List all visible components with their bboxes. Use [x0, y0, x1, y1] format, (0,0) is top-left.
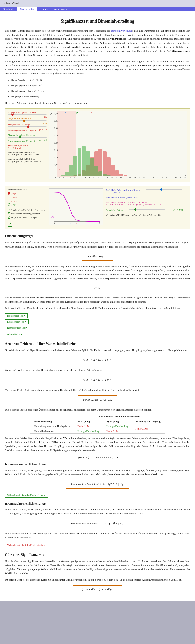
svg-text:1: 1: [99, 222, 100, 224]
sec3-h: Irrtumswahrscheinlichkeit 1. Art: [5, 463, 190, 466]
formula-irr1: Irrtumswahrscheinlichkeit 1. Art: P(X ∈ …: [66, 480, 129, 488]
n-value: n = 20: [41, 122, 46, 124]
nav-home[interactable]: Startseite: [0, 6, 17, 12]
sec3-p1: Unter der Annahme, H₀ sei gültig, lässt …: [5, 468, 190, 476]
sec4-h: Irrtumswahrscheinlichkeit 2. Art: [5, 502, 190, 506]
control-panel: Vorgegebenes Signifikanzniveau:α = 5% Lä…: [5, 108, 190, 182]
sec5-p2: Im obigen Beispiel der Bernoulli-Kette m…: [5, 578, 190, 582]
sec4-p1: Unter der Annahme, H₁ sei gültig, kann e…: [5, 508, 190, 516]
dd-rechts[interactable]: Rechtsseitiger Test ▾: [5, 326, 30, 330]
radio-neq[interactable]: [8, 192, 10, 195]
intro-p2: Im Folgenden wird eine Bernoulli-Kette d…: [5, 60, 190, 76]
radio-eq[interactable]: [8, 203, 10, 206]
formula-gute: G(p) = P(X ∈ K | p) mit p ∈ [0; 1].: [73, 585, 122, 594]
sec2-p3: Von einem Fehler 3. Art spricht man, wen…: [5, 388, 190, 392]
bar-chart: P 0,400,35 0,300,25 0,200,15 0,100,05 01…: [49, 111, 188, 179]
list-item: H₁: p ≠ p₀ (beidseitiger Test): [11, 78, 190, 82]
dd-beidseitig[interactable]: Beidseitiger Test ▾: [5, 313, 28, 318]
n-slider[interactable]: [8, 120, 46, 121]
nav-math[interactable]: Mathematik: [17, 6, 37, 12]
check-gute[interactable]: [8, 209, 10, 211]
ablehn-value: P(X ∈ K) = P(X ∈ K | p = pₜ) = G(pₜ) = 0…: [106, 204, 161, 206]
pt-value: pₜ = 0,4: [113, 191, 120, 194]
formula-f3a: Fehler 3. Art: ¬H₀ ∧ ¬H₁.: [78, 396, 117, 404]
krit-label: Kritische Region von H₀:: [8, 144, 30, 147]
page-title: Signifikanztest und Binomialverteilung: [5, 19, 190, 24]
navbar: Startseite Mathematik Physik Impressum: [0, 6, 195, 12]
sec1-p2: Die Wahrscheinlichkeit, mit der die Null…: [5, 264, 190, 280]
radio-lt[interactable]: [8, 196, 10, 198]
sec1-h: Entscheidungsregel: [5, 234, 190, 238]
formula-f1a: Fehler 1. Art: H₀ ∧ X ∈ K.: [78, 356, 117, 364]
sec2-p2: Wenn dagegen H₁ gültig ist, aber H₀ beib…: [5, 368, 190, 372]
formula-f4a: P(H₀ ∨ H₁) = 1 ⇒ P(¬H₀ ∧ ¬H₁) = 0.: [76, 456, 118, 459]
radio-gt[interactable]: [8, 200, 10, 202]
reload-button[interactable]: ↗: [8, 222, 12, 226]
sec1-p3: Bei α* handelt es sich nicht um eine Irr…: [5, 296, 190, 304]
nav-impressum[interactable]: Impressum: [51, 6, 70, 12]
pt-slider[interactable]: [146, 189, 182, 190]
sec1-p1: Bei jeder Art von Signifikanztest muss e…: [5, 240, 190, 248]
svg-text:0: 0: [54, 222, 54, 224]
site-header: Schött-Web: [0, 0, 195, 6]
dd-wahr1[interactable]: Wahrscheinlichkeit des Fehlers 1. Art ▾: [5, 493, 48, 498]
sig-label: Vorgegebenes Signifikanzniveau:: [8, 111, 46, 114]
irr2-label: Irrtumswahrscheinlichkeit 2. Art:: [8, 158, 37, 160]
check-befund[interactable]: [8, 216, 10, 218]
p0-slider[interactable]: [8, 126, 46, 128]
alt-heading: Alternativhypothese H₁:: [8, 188, 46, 191]
emp-slider[interactable]: [129, 209, 165, 210]
p1-value: p₁ = 0,3: [40, 139, 46, 141]
sec2-p4: Die folgende Tabelle soll einen Überblic…: [5, 408, 190, 412]
emp-result: α* = 0,020 694 732 666 02 = α P(X = x* |…: [106, 214, 188, 216]
exp-t: Tatsächlicher Erwartungswert: μₜ = 8: [106, 196, 188, 198]
p1-slider[interactable]: [8, 137, 46, 138]
intro-p1: Bei einem Signifikanztest gelten die Art…: [5, 29, 190, 57]
sec2-p1: Grundsätzlich sind bei Signifikanztests …: [5, 348, 190, 352]
p0-value: p₀ = 0,5: [40, 128, 46, 130]
dd-links[interactable]: Linksseitiger Test ▾: [5, 320, 28, 324]
svg-text:G(pₜ): G(pₜ): [50, 216, 54, 218]
dd-alt[interactable]: Alternativtest ▾: [5, 332, 24, 336]
truth-table: Tatsächlicher Zustand der Wirklichkeit T…: [30, 414, 164, 434]
svg-text:pₜ: pₜ: [70, 222, 72, 224]
nav-physics[interactable]: Physik: [37, 6, 50, 12]
sec2-h: Arten von Fehlern und ihre Wahrscheinlic…: [5, 342, 190, 346]
krit-value: K = {0; 1; …; 5}: [8, 147, 22, 149]
list-item: H₁: p < p₀ (linksseitiger Test): [11, 83, 190, 88]
control-panel-2: Alternativhypothese H₁: p ≠ p₀ p < p₀ p …: [5, 186, 190, 229]
sec5-p1: Um die Güte eines Signifikanztests beurt…: [5, 559, 190, 575]
check-verteilung[interactable]: [8, 212, 10, 215]
h1-label: Alternativhypothese H₁: p ≠ p₀: [8, 134, 46, 136]
irr2-value: P(X ∉ K | H₁) = 0,583 629 170 552 52: [8, 160, 42, 163]
sig-value: α = 5%: [40, 116, 46, 118]
gute-chart: 1 0 1 G pₜ p₀ G(pₜ): [49, 188, 103, 225]
emp-value: x* = 3 ∈ K: [172, 209, 183, 211]
svg-text:G: G: [52, 189, 54, 192]
list-item: H₁: p = p₁ (Alternativtest): [11, 94, 190, 98]
list-item: H₁: p > p₀ (rechtsseitiger Test): [11, 89, 190, 93]
formula-1: P(X ∈ K | H₀) ≤ α.: [82, 252, 113, 261]
pt-label: Tatsächliche Erfolgswahrscheinlichkeit:: [106, 189, 141, 191]
sec2-p5: Bedauerlicher Weise lässt sich in der Re…: [5, 436, 190, 452]
formula-irr2: Irrtumswahrscheinlichkeit 2. Art: P(X ∉ …: [66, 519, 129, 528]
sec1-p4: Beim Aufstellen der Entscheidungsregel s…: [5, 306, 190, 310]
dd-wahr2[interactable]: Wahrscheinlichkeit des Fehlers 2. Art ▾: [5, 543, 48, 547]
ablehn-label: Tatsächliche Ablehnwahrscheinlichkeit vo…: [106, 201, 148, 204]
alpha-slider[interactable]: [8, 114, 46, 115]
formula-f2a: Fehler 2. Art: H₁ ∧ X ∉ K.: [78, 376, 117, 384]
formula-2: α* ≤ α.: [89, 284, 106, 292]
emp-label: Empirischer Befund:: [106, 209, 124, 211]
sec5-h: Güte eines Signifikanztests: [5, 553, 190, 557]
hypothesis-list: H₁: p ≠ p₀ (beidseitiger Test) H₁: p < p…: [11, 78, 190, 98]
svg-text:1: 1: [50, 190, 52, 193]
sec4-p2: Diese Wahrscheinlichkeit ist allerdings …: [5, 532, 190, 540]
svg-text:p₀: p₀: [76, 222, 78, 224]
intro-p3: Diese vier Arten von Signifikanztests kö…: [5, 101, 190, 105]
irr1-value: P(X ∈ K | H₀) = 0,020 694 732 666 02: [8, 154, 42, 156]
link-binomial[interactable]: Binomialverteilung: [111, 29, 132, 32]
irr1-label: Irrtumswahrscheinlichkeit 1. Art:: [8, 151, 37, 154]
